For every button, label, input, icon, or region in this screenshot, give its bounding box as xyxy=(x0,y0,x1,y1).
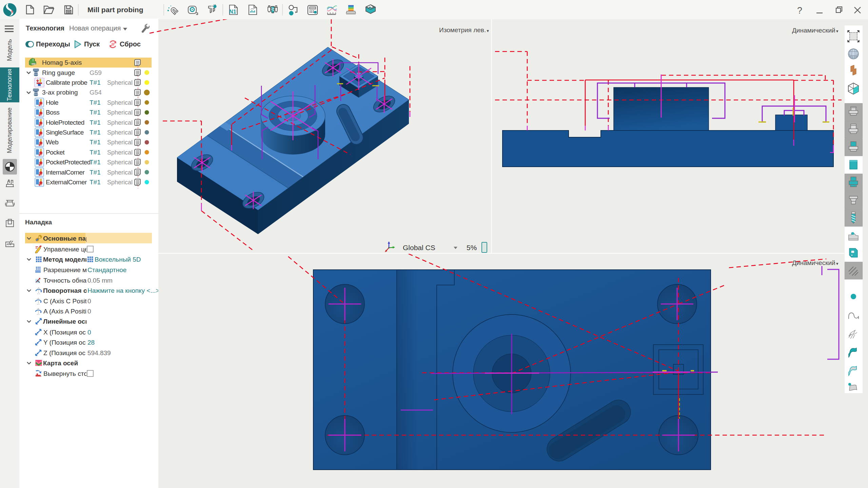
svg-text:Spherical: Spherical xyxy=(107,129,133,136)
svg-text:Точность обна: Точность обна xyxy=(43,277,87,284)
svg-text:Управление це: Управление це xyxy=(43,246,88,253)
svg-text:Spherical: Spherical xyxy=(107,159,133,166)
svg-text:Boss: Boss xyxy=(46,109,59,116)
svg-text:T#1: T#1 xyxy=(90,139,101,146)
svg-text:Технология: Технология xyxy=(26,24,64,32)
svg-text:Homag 5-axis: Homag 5-axis xyxy=(42,59,82,66)
svg-text:Переходы: Переходы xyxy=(36,40,70,48)
svg-text:0: 0 xyxy=(87,298,91,305)
svg-text:T#1: T#1 xyxy=(90,109,101,116)
svg-text:T#1: T#1 xyxy=(90,79,101,86)
svg-text:Вывернуть сто: Вывернуть сто xyxy=(43,370,87,377)
svg-text:Ring gauge: Ring gauge xyxy=(42,69,75,76)
svg-text:InternalCorner: InternalCorner xyxy=(46,169,85,176)
svg-text:T#1: T#1 xyxy=(90,119,101,126)
svg-text:Spherical: Spherical xyxy=(107,99,133,106)
svg-text:3-ax probing: 3-ax probing xyxy=(42,89,78,96)
svg-text:Наладка: Наладка xyxy=(25,219,52,226)
svg-text:Линейные оси: Линейные оси xyxy=(43,318,89,325)
svg-text:Spherical: Spherical xyxy=(107,139,133,146)
svg-text:Web: Web xyxy=(46,139,58,146)
svg-text:Нажмите на кнопку <...>: Нажмите на кнопку <...> xyxy=(87,287,158,294)
svg-text:Пуск: Пуск xyxy=(84,40,100,48)
svg-text:Y (Позиция ос: Y (Позиция ос xyxy=(43,339,85,346)
svg-text:Стандартное: Стандартное xyxy=(87,266,126,273)
svg-text:N1: N1 xyxy=(229,9,236,15)
svg-text:G54: G54 xyxy=(90,89,102,96)
svg-text:Pocket: Pocket xyxy=(46,149,65,156)
svg-text:Воксельный 5D: Воксельный 5D xyxy=(95,256,141,263)
svg-text:Spherical: Spherical xyxy=(107,169,133,176)
svg-text:Разрешение м: Разрешение м xyxy=(43,266,87,273)
svg-text:Поворотная ос: Поворотная ос xyxy=(43,287,91,294)
svg-text:Spherical: Spherical xyxy=(107,79,133,86)
svg-text:T#1: T#1 xyxy=(90,179,101,186)
svg-text:G59: G59 xyxy=(90,69,102,76)
svg-text:A (Axis A Positi: A (Axis A Positi xyxy=(43,308,86,315)
svg-text:Spherical: Spherical xyxy=(107,179,133,186)
svg-text:SingleSurface: SingleSurface xyxy=(46,129,84,136)
svg-text:Основные пар: Основные пар xyxy=(43,235,90,242)
svg-text:C (Axis C Positi: C (Axis C Positi xyxy=(43,298,88,305)
svg-text:T#1: T#1 xyxy=(90,169,101,176)
svg-text:5%: 5% xyxy=(467,244,477,251)
svg-text:Spherical: Spherical xyxy=(107,149,133,156)
svg-text:Spherical: Spherical xyxy=(107,119,133,126)
svg-text:T#1: T#1 xyxy=(90,99,101,106)
svg-text:594.839: 594.839 xyxy=(87,349,111,357)
svg-text:Spherical: Spherical xyxy=(107,109,133,116)
svg-text:ExternalCorner: ExternalCorner xyxy=(46,179,87,186)
svg-text:0: 0 xyxy=(87,329,91,336)
svg-text:T#1: T#1 xyxy=(90,149,101,156)
svg-text:HoleProtected: HoleProtected xyxy=(46,119,84,126)
svg-text:X (Позиция ос: X (Позиция ос xyxy=(43,329,86,336)
svg-text:PocketProtected: PocketProtected xyxy=(46,159,91,166)
svg-text:0: 0 xyxy=(87,308,91,315)
svg-text:Сброс: Сброс xyxy=(120,40,141,48)
svg-text:T#1: T#1 xyxy=(90,129,101,136)
svg-text:Hole: Hole xyxy=(46,99,58,106)
svg-text:Карта осей: Карта осей xyxy=(43,360,78,367)
svg-text:Метод модели: Метод модели xyxy=(43,256,89,263)
svg-text:T#1: T#1 xyxy=(90,159,101,166)
svg-text:Mill part probing: Mill part probing xyxy=(87,6,143,14)
svg-text:Новая операция: Новая операция xyxy=(69,24,121,32)
svg-text:Global CS: Global CS xyxy=(403,244,435,251)
svg-text:28: 28 xyxy=(87,339,95,346)
svg-text:0.05 mm: 0.05 mm xyxy=(87,277,113,284)
svg-text:Z (Позиция ос: Z (Позиция ос xyxy=(43,349,85,357)
svg-text:Calibrate probe: Calibrate probe xyxy=(46,79,87,86)
svg-text:?: ? xyxy=(797,5,802,16)
